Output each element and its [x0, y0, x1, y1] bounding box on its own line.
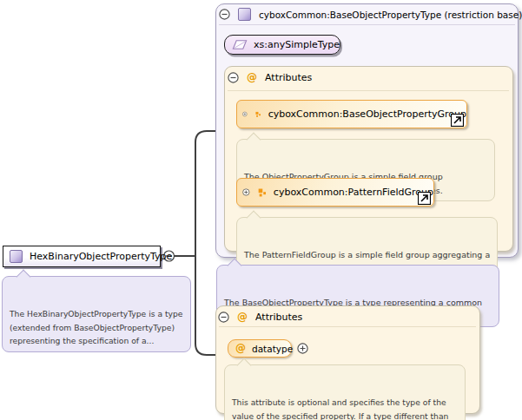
collapse-icon[interactable] — [219, 9, 230, 20]
simple-type-badge[interactable]: xs:anySimpleType — [224, 35, 340, 55]
attribute-datatype[interactable]: @ datatype — [228, 339, 292, 358]
schema-diagram: cyboxCommon:BaseObjectPropertyType (rest… — [0, 0, 522, 420]
attribute-expand-icon[interactable] — [297, 343, 308, 354]
attributes-panel-header: @ Attributes — [218, 311, 302, 323]
attribute-group-baseobjectpropertygroup[interactable]: cyboxCommon:BaseObjectPropertyGroup — [236, 100, 467, 128]
expand-icon[interactable] — [242, 187, 250, 198]
element-hexbinaryobjectpropertytype[interactable]: HexBinaryObjectPropertyType — [3, 246, 161, 267]
jump-to-definition-icon[interactable] — [451, 114, 464, 127]
collapse-icon[interactable] — [228, 72, 239, 83]
base-type-panel-header: cyboxCommon:BaseObjectPropertyType (rest… — [219, 8, 522, 21]
attribute-annotation: This attribute is optional and specifies… — [224, 364, 466, 420]
attribute-icon: @ — [247, 72, 257, 83]
expand-icon[interactable] — [242, 108, 248, 120]
attribute-group-label: cyboxCommon:BaseObjectPropertyGroup — [268, 108, 466, 120]
element-label: HexBinaryObjectPropertyType — [30, 251, 172, 262]
header-divider — [219, 24, 515, 25]
jump-to-definition-icon[interactable] — [418, 192, 431, 205]
attribute-icon: @ — [235, 343, 246, 354]
simple-type-label: xs:anySimpleType — [254, 39, 340, 50]
attributes-header-label: Attributes — [265, 72, 312, 83]
attribute-group-icon — [258, 186, 266, 199]
attribute-group-icon — [255, 108, 261, 121]
complex-type-icon — [238, 8, 251, 21]
element-annotation: The HexBinaryObjectPropertyType is a typ… — [2, 276, 191, 352]
attribute-name: datatype — [252, 344, 293, 354]
complex-type-icon — [10, 250, 23, 263]
section-divider — [219, 326, 476, 327]
section-divider — [228, 90, 509, 91]
attributes-header-label: Attributes — [255, 312, 302, 323]
base-type-title: cyboxCommon:BaseObjectPropertyType (rest… — [259, 10, 522, 20]
simple-type-icon — [232, 39, 248, 50]
attribute-group-label: cyboxCommon:PatternFieldGroup — [274, 187, 433, 198]
collapse-icon[interactable] — [218, 312, 229, 323]
attribute-group-patternfieldgroup[interactable]: cyboxCommon:PatternFieldGroup — [236, 178, 434, 207]
base-attributes-header: @ Attributes — [228, 71, 312, 83]
attribute-icon: @ — [237, 312, 248, 323]
